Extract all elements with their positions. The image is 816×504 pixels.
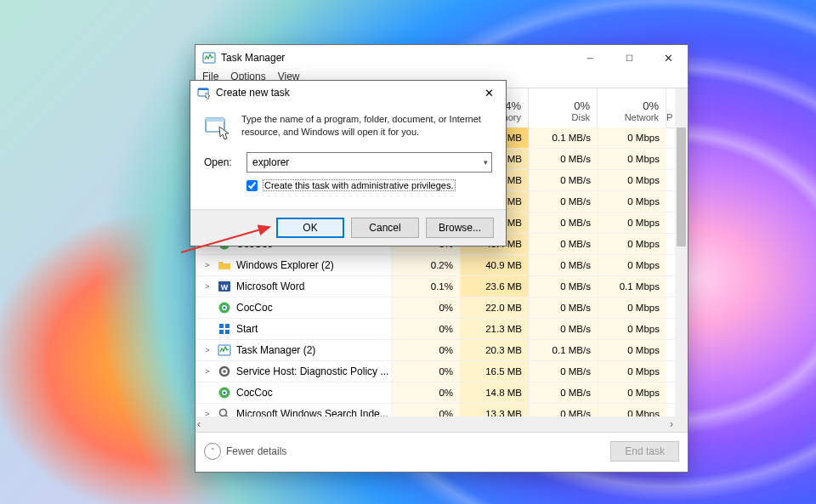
process-name: Start: [236, 323, 258, 335]
dialog-titlebar[interactable]: Create new task ✕: [190, 81, 506, 105]
process-name: Microsoft Windows Search Inde...: [236, 408, 388, 416]
expand-icon[interactable]: >: [202, 410, 212, 416]
dialog-title: Create new task: [216, 87, 472, 99]
disk-cell: 0 MB/s: [529, 212, 598, 233]
fewer-details-button[interactable]: ˄ Fewer details: [204, 443, 286, 460]
cpu-cell: 0%: [391, 297, 460, 318]
expand-icon[interactable]: >: [202, 346, 212, 354]
ok-button[interactable]: OK: [276, 218, 344, 238]
table-row[interactable]: >Windows Explorer (2)0.2%40.9 MB0 MB/s0 …: [196, 255, 675, 276]
svg-rect-11: [219, 330, 224, 334]
column-network[interactable]: 0%Network: [597, 88, 666, 127]
expand-icon[interactable]: >: [202, 367, 212, 376]
table-row[interactable]: CocCoc0%14.8 MB0 MB/s0 Mbps: [196, 382, 675, 404]
process-name: CocCoc: [236, 387, 273, 399]
svg-rect-9: [219, 324, 224, 328]
vertical-scrollbar[interactable]: [675, 88, 688, 432]
column-disk[interactable]: 0%Disk: [528, 88, 597, 127]
network-cell: 0 Mbps: [598, 340, 666, 360]
table-row[interactable]: >Microsoft Windows Search Inde...0%13.3 …: [196, 404, 675, 416]
cpu-cell: 0.1%: [391, 276, 460, 297]
disk-cell: 0 MB/s: [529, 276, 598, 297]
process-name: Task Manager (2): [236, 344, 315, 356]
disk-cell: 0 MB/s: [529, 234, 598, 254]
network-cell: 0 Mbps: [598, 404, 666, 416]
process-name: Service Host: Diagnostic Policy ...: [236, 365, 388, 377]
window-title: Task Manager: [221, 52, 570, 64]
svg-point-8: [224, 307, 226, 309]
network-cell: 0 Mbps: [598, 382, 666, 403]
network-cell: 0 Mbps: [598, 234, 666, 254]
admin-checkbox-row[interactable]: Create this task with administrative pri…: [246, 179, 492, 191]
memory-cell: 16.5 MB: [460, 361, 529, 382]
svg-point-15: [223, 370, 226, 373]
disk-cell: 0 MB/s: [529, 170, 598, 190]
process-name: CocCoc: [236, 302, 273, 314]
end-task-button[interactable]: End task: [610, 441, 679, 462]
svg-rect-12: [225, 330, 230, 334]
admin-checkbox[interactable]: [246, 180, 258, 191]
table-row[interactable]: >Task Manager (2)0%20.3 MB0.1 MB/s0 Mbps: [196, 340, 675, 361]
svg-rect-10: [225, 324, 230, 328]
disk-cell: 0 MB/s: [529, 319, 598, 339]
open-combobox[interactable]: explorer ▾: [246, 152, 492, 173]
process-icon: [218, 322, 231, 336]
memory-cell: 21.3 MB: [460, 319, 529, 339]
network-cell: 0 Mbps: [598, 191, 666, 212]
table-row[interactable]: Start0%21.3 MB0 MB/s0 Mbps: [196, 319, 675, 340]
maximize-button[interactable]: ☐: [609, 45, 649, 71]
network-cell: 0 Mbps: [598, 297, 666, 318]
table-row[interactable]: >WMicrosoft Word0.1%23.6 MB0 MB/s0.1 Mbp…: [196, 276, 675, 297]
memory-cell: 14.8 MB: [460, 382, 529, 403]
dialog-close-button[interactable]: ✕: [472, 81, 506, 105]
process-icon: [218, 407, 231, 416]
network-cell: 0 Mbps: [598, 255, 666, 275]
close-button[interactable]: ✕: [649, 45, 688, 71]
expand-icon[interactable]: >: [202, 282, 212, 291]
chevron-up-icon: ˄: [204, 443, 221, 460]
disk-cell: 0 MB/s: [529, 191, 598, 212]
process-icon: [218, 301, 231, 314]
process-icon: [218, 386, 231, 399]
run-large-icon: [204, 113, 231, 140]
browse-button[interactable]: Browse...: [426, 218, 494, 238]
svg-rect-24: [206, 118, 224, 122]
memory-cell: 22.0 MB: [460, 297, 529, 318]
disk-cell: 0 MB/s: [529, 297, 598, 318]
network-cell: 0 Mbps: [598, 319, 666, 339]
memory-cell: 23.6 MB: [460, 276, 529, 297]
chevron-down-icon: ▾: [484, 158, 488, 167]
cancel-button[interactable]: Cancel: [351, 218, 419, 238]
process-icon: W: [218, 280, 231, 293]
memory-cell: 20.3 MB: [460, 340, 529, 360]
network-cell: 0 Mbps: [598, 361, 666, 382]
table-row[interactable]: >Service Host: Diagnostic Policy ...0%16…: [196, 361, 675, 382]
process-name: Windows Explorer (2): [236, 259, 334, 271]
disk-cell: 0.1 MB/s: [529, 340, 598, 360]
cpu-cell: 0%: [391, 382, 460, 403]
process-icon: [218, 365, 231, 378]
network-cell: 0 Mbps: [598, 127, 666, 148]
cpu-cell: 0%: [391, 319, 460, 339]
taskmgr-icon: [202, 51, 216, 65]
disk-cell: 0 MB/s: [529, 404, 598, 416]
disk-cell: 0 MB/s: [529, 361, 598, 382]
cpu-cell: 0%: [391, 404, 460, 416]
minimize-button[interactable]: ─: [570, 45, 609, 71]
titlebar[interactable]: Task Manager ─ ☐ ✕: [196, 45, 688, 71]
process-icon: [218, 258, 231, 272]
expand-icon[interactable]: >: [202, 261, 212, 269]
disk-cell: 0.1 MB/s: [529, 127, 598, 148]
admin-label: Create this task with administrative pri…: [263, 179, 456, 191]
column-extra[interactable]: P: [666, 88, 675, 127]
table-row[interactable]: CocCoc0%22.0 MB0 MB/s0 Mbps: [196, 297, 675, 319]
dialog-description: Type the name of a program, folder, docu…: [241, 113, 492, 140]
cpu-cell: 0%: [391, 340, 460, 360]
disk-cell: 0 MB/s: [529, 149, 598, 169]
network-cell: 0.1 Mbps: [598, 276, 666, 297]
svg-rect-22: [198, 88, 208, 90]
run-icon: [197, 86, 211, 99]
horizontal-scrollbar[interactable]: ‹›: [196, 416, 675, 432]
network-cell: 0 Mbps: [598, 149, 666, 169]
cpu-cell: 0%: [391, 361, 460, 382]
